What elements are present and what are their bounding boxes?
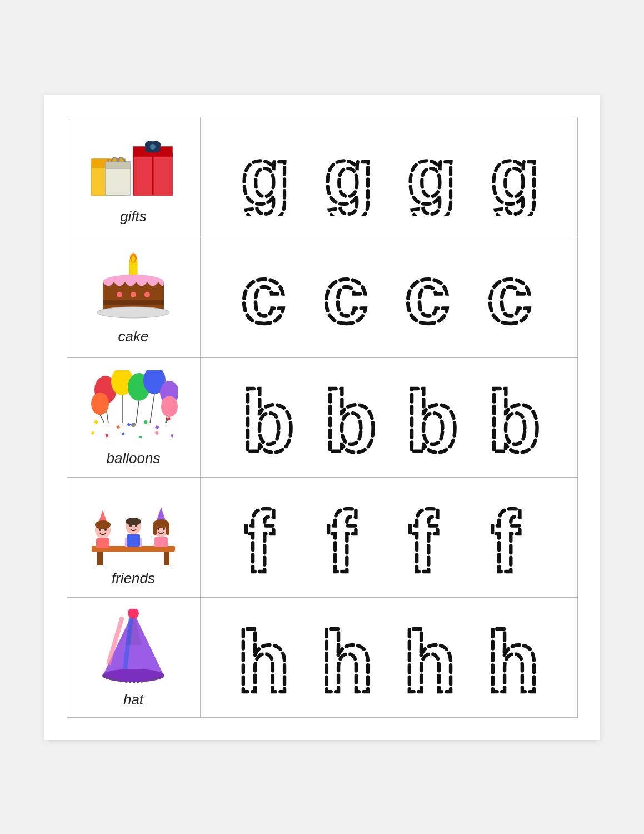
image-cell-gifts: gifts (67, 117, 200, 237)
svg-rect-50 (91, 431, 95, 435)
svg-rect-61 (97, 552, 103, 565)
svg-line-36 (150, 394, 154, 423)
svg-text:b: b (488, 374, 540, 460)
trace-letter-h-3[interactable]: h (400, 614, 461, 701)
svg-point-71 (99, 529, 101, 531)
trace-letter-f-4[interactable]: f (484, 494, 540, 580)
gifts-label: gifts (120, 208, 147, 225)
g-letters-row: g g g g (201, 121, 577, 232)
svg-text:h: h (237, 614, 290, 701)
balloons-label: balloons (107, 450, 161, 467)
svg-point-7 (150, 144, 156, 150)
svg-point-86 (163, 528, 165, 530)
svg-rect-73 (96, 538, 109, 548)
table-row: gifts g g g (67, 117, 577, 237)
svg-rect-24 (103, 300, 164, 305)
letters-cell-b: b b b b (200, 357, 577, 477)
trace-letter-f-3[interactable]: f (402, 494, 457, 580)
svg-rect-54 (155, 430, 159, 435)
svg-point-21 (117, 292, 122, 297)
trace-letter-g-1[interactable]: g (233, 138, 294, 216)
hat-image-wrapper: hat (73, 609, 194, 709)
trace-letter-c-1[interactable]: c (238, 261, 293, 333)
svg-point-17 (132, 256, 135, 262)
svg-point-39 (91, 393, 109, 415)
svg-text:b: b (406, 374, 458, 460)
svg-rect-49 (155, 425, 159, 429)
svg-rect-51 (106, 434, 109, 437)
balloons-illustration (89, 370, 178, 445)
image-cell-friends: friends (67, 477, 200, 597)
gifts-image-wrapper: gifts (73, 128, 194, 229)
gifts-illustration (89, 131, 178, 203)
worksheet-table: gifts g g g (67, 117, 578, 718)
svg-line-34 (136, 401, 139, 423)
svg-text:h: h (403, 614, 456, 701)
letters-cell-h: h h h h (200, 597, 577, 717)
svg-rect-52 (121, 432, 124, 435)
letters-cell-g: g g g g (200, 117, 577, 237)
trace-letter-h-2[interactable]: h (317, 614, 378, 701)
svg-rect-10 (106, 162, 131, 168)
svg-text:g: g (241, 138, 291, 216)
table-row: balloons b b b (67, 357, 577, 477)
svg-point-76 (129, 525, 132, 527)
svg-point-95 (102, 669, 164, 682)
trace-letter-b-1[interactable]: b (238, 374, 293, 460)
trace-letter-b-4[interactable]: b (484, 374, 540, 460)
svg-point-77 (135, 525, 137, 527)
trace-letter-g-2[interactable]: g (317, 138, 378, 216)
svg-point-20 (97, 307, 169, 318)
table-row: cake c c c c (67, 237, 577, 357)
letters-cell-c: c c c c (200, 237, 577, 357)
friends-image-wrapper: friends (73, 489, 194, 589)
f-letters-row: f f f f (201, 478, 577, 597)
hat-label: hat (123, 691, 143, 708)
trace-letter-b-3[interactable]: b (402, 374, 457, 460)
svg-text:g: g (407, 138, 457, 216)
svg-rect-47 (144, 420, 147, 424)
svg-text:c: c (241, 261, 286, 333)
c-letters-row: c c c c (201, 244, 577, 350)
svg-text:f: f (327, 494, 356, 580)
svg-rect-46 (127, 423, 131, 426)
trace-letter-g-3[interactable]: g (400, 138, 461, 216)
svg-text:g: g (324, 138, 373, 216)
cake-label: cake (118, 328, 149, 345)
cake-illustration (92, 251, 175, 324)
trace-letter-c-3[interactable]: c (402, 261, 457, 333)
svg-point-85 (157, 528, 159, 530)
letters-cell-f: f f f f (200, 477, 577, 597)
svg-rect-83 (153, 524, 157, 535)
friends-illustration (86, 490, 181, 565)
trace-letter-f-1[interactable]: f (238, 494, 293, 580)
svg-rect-87 (154, 537, 168, 547)
svg-point-70 (95, 520, 111, 529)
trace-letter-g-4[interactable]: g (483, 138, 544, 216)
trace-letter-c-2[interactable]: c (320, 261, 376, 333)
svg-text:h: h (487, 614, 540, 701)
svg-point-75 (126, 518, 141, 525)
svg-rect-48 (116, 425, 120, 429)
svg-rect-55 (171, 434, 173, 437)
svg-text:f: f (409, 494, 438, 580)
friends-label: friends (112, 570, 155, 587)
svg-point-23 (144, 292, 150, 297)
svg-point-22 (131, 292, 136, 297)
svg-text:c: c (487, 261, 531, 333)
svg-rect-84 (166, 524, 169, 535)
trace-letter-b-2[interactable]: b (320, 374, 376, 460)
svg-text:c: c (323, 261, 367, 333)
trace-letter-c-4[interactable]: c (484, 261, 540, 333)
trace-letter-f-2[interactable]: f (320, 494, 376, 580)
trace-letter-h-1[interactable]: h (233, 614, 294, 701)
b-letters-row: b b b b (201, 358, 577, 477)
cake-image-wrapper: cake (73, 249, 194, 349)
svg-text:g: g (490, 138, 540, 216)
balloons-image-wrapper: balloons (73, 369, 194, 469)
image-cell-hat: hat (67, 597, 200, 717)
trace-letter-h-4[interactable]: h (483, 614, 544, 701)
svg-rect-78 (127, 534, 140, 547)
h-letters-row: h h h h (201, 598, 577, 717)
table-row: friends f f f (67, 477, 577, 597)
